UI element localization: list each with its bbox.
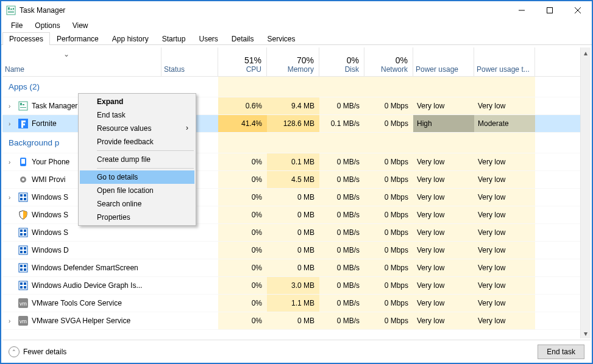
process-icon <box>18 175 28 184</box>
svg-rect-20 <box>20 194 23 197</box>
cell-power: Very low <box>413 277 474 294</box>
context-menu: ExpandEnd taskResource valuesProvide fee… <box>78 93 196 226</box>
cell-network: 0 Mbps <box>364 115 413 132</box>
context-item[interactable]: Go to details <box>80 170 194 184</box>
tab-details[interactable]: Details <box>225 32 261 45</box>
cell-memory: 9.4 MB <box>267 97 319 114</box>
cell-cpu: 0% <box>218 171 267 188</box>
scroll-down-icon[interactable]: ▾ <box>581 328 591 338</box>
cell-power: Very low <box>413 312 474 329</box>
context-item[interactable]: Provide feedback <box>80 135 194 149</box>
cell-cpu: 0% <box>218 189 267 206</box>
process-icon <box>18 210 28 220</box>
cell-power: Very low <box>413 97 474 114</box>
cell-memory: 0 MB <box>267 206 319 223</box>
table-row[interactable]: ›vmVMware SVGA Helper Service0%0 MB0 MB/… <box>2 312 580 330</box>
chevron-right-icon[interactable]: › <box>9 318 15 324</box>
context-item[interactable]: Create dump file <box>80 153 194 166</box>
table-row[interactable]: Windows Audio Device Graph Is...0%3.0 MB… <box>2 277 580 295</box>
tab-startup[interactable]: Startup <box>155 32 193 45</box>
close-button[interactable] <box>564 1 592 19</box>
process-name: Windows S <box>32 211 68 219</box>
cell-cpu: 0% <box>218 277 267 294</box>
process-icon <box>18 245 28 255</box>
svg-rect-43 <box>24 286 26 289</box>
tab-processes[interactable]: Processes <box>2 32 50 45</box>
cell-network: 0 Mbps <box>364 312 413 329</box>
chevron-right-icon[interactable]: › <box>9 121 15 127</box>
cell-disk: 0 MB/s <box>319 277 364 294</box>
context-item[interactable]: Open file location <box>80 184 194 197</box>
process-icon <box>18 192 28 202</box>
context-item[interactable]: Properties <box>80 211 194 224</box>
col-name[interactable]: ⌄ Name <box>2 47 162 76</box>
cell-network: 0 Mbps <box>364 153 413 170</box>
cell-memory: 0.1 MB <box>267 153 319 170</box>
cell-power: Very low <box>413 259 474 276</box>
tab-app-history[interactable]: App history <box>105 32 155 45</box>
menu-file[interactable]: File <box>6 20 27 31</box>
cell-power: High <box>413 115 474 132</box>
table-row[interactable]: Windows S0%0 MB0 MB/s0 MbpsVery lowVery … <box>2 224 580 242</box>
vertical-scrollbar[interactable]: ▴ ▾ <box>580 47 591 338</box>
svg-rect-37 <box>20 268 23 271</box>
process-icon: vm <box>18 298 28 308</box>
cell-status <box>162 295 218 312</box>
cell-power: Very low <box>413 171 474 188</box>
end-task-button[interactable]: End task <box>538 345 584 359</box>
col-memory[interactable]: 70%Memory <box>267 47 319 76</box>
context-item[interactable]: Expand <box>80 95 194 108</box>
process-name: Task Manager <box>32 102 77 110</box>
cell-power-trend: Very low <box>474 242 535 259</box>
svg-rect-31 <box>24 247 26 250</box>
tabbar: Processes Performance App history Startu… <box>1 32 592 45</box>
cell-cpu: 0.6% <box>218 97 267 114</box>
cell-power-trend: Very low <box>474 312 535 329</box>
cell-power: Very low <box>413 153 474 170</box>
bottombar: ⌃ Fewer details End task <box>2 340 591 363</box>
sort-chevron-icon: ⌄ <box>63 50 69 58</box>
col-power[interactable]: Power usage <box>413 47 474 76</box>
table-row[interactable]: Windows Defender SmartScreen0%0 MB0 MB/s… <box>2 259 580 277</box>
scroll-up-icon[interactable]: ▴ <box>581 47 591 58</box>
menu-options[interactable]: Options <box>30 20 65 31</box>
col-power-trend[interactable]: Power usage t... <box>474 47 535 76</box>
minimize-button[interactable] <box>508 1 536 19</box>
svg-rect-22 <box>20 198 23 200</box>
cell-memory: 0 MB <box>267 189 319 206</box>
process-icon: vm <box>18 316 28 326</box>
menu-view[interactable]: View <box>68 20 93 31</box>
chevron-right-icon[interactable]: › <box>9 159 15 166</box>
cell-disk: 0 MB/s <box>319 153 364 170</box>
chevron-right-icon[interactable]: › <box>9 194 15 201</box>
table-row[interactable]: Windows D0%0 MB0 MB/s0 MbpsVery lowVery … <box>2 242 580 259</box>
svg-rect-27 <box>20 233 23 236</box>
cell-memory: 3.0 MB <box>267 277 319 294</box>
svg-rect-3 <box>13 8 14 10</box>
cell-status <box>162 224 218 241</box>
process-name: Windows S <box>32 228 68 237</box>
tab-users[interactable]: Users <box>192 32 224 45</box>
cell-status <box>162 277 218 294</box>
col-cpu[interactable]: 51%CPU <box>218 47 267 76</box>
maximize-button[interactable] <box>536 1 564 19</box>
tab-performance[interactable]: Performance <box>50 32 105 45</box>
table-row[interactable]: vmVMware Tools Core Service0%1.1 MB0 MB/… <box>2 295 580 312</box>
cell-power: Very low <box>413 242 474 259</box>
cell-power: Very low <box>413 295 474 312</box>
cell-network: 0 Mbps <box>364 171 413 188</box>
col-status[interactable]: Status <box>162 47 218 76</box>
col-disk[interactable]: 0%Disk <box>319 47 364 76</box>
svg-rect-32 <box>20 251 23 253</box>
context-item[interactable]: Resource values <box>80 122 194 135</box>
tab-services[interactable]: Services <box>261 32 302 45</box>
cell-cpu: 41.4% <box>218 115 267 132</box>
col-network[interactable]: 0%Network <box>364 47 413 76</box>
fewer-details-button[interactable]: ⌃ Fewer details <box>9 346 538 357</box>
context-item[interactable]: End task <box>80 108 194 122</box>
chevron-right-icon[interactable]: › <box>9 103 15 110</box>
cell-memory: 0 MB <box>267 242 319 259</box>
cell-disk: 0 MB/s <box>319 171 364 188</box>
context-separator <box>97 150 194 151</box>
context-item[interactable]: Search online <box>80 197 194 211</box>
